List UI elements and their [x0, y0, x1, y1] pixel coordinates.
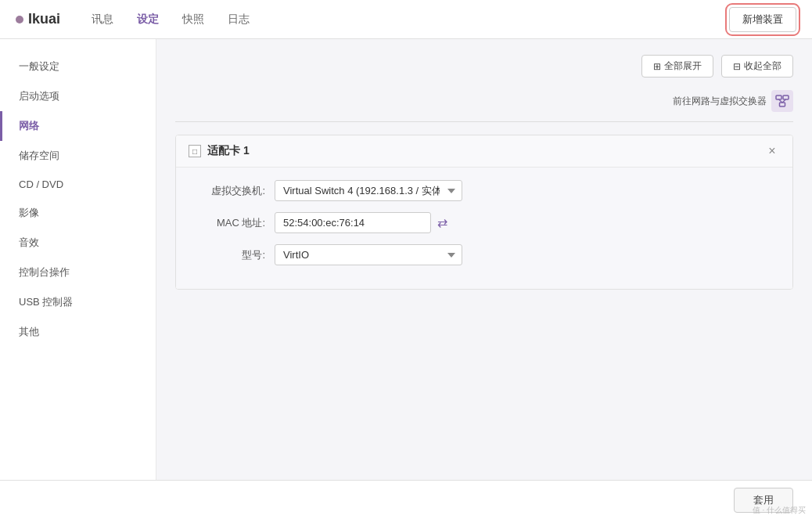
- nav-tabs: 讯息 设定 快照 日志: [92, 9, 729, 30]
- mac-field-row: MAC 地址: ⇄: [195, 212, 774, 233]
- model-field-control: VirtIO: [275, 244, 462, 265]
- vswitch-field-control: Virtual Switch 4 (192.168.1.3 / 实体...: [275, 180, 462, 201]
- model-field-label: 型号:: [195, 248, 265, 262]
- content-area: ⊞ 全部展开 ⊟ 收起全部 前往网路与虚拟交换器: [156, 39, 812, 519]
- tab-messages[interactable]: 讯息: [92, 9, 113, 30]
- mac-field-control: ⇄: [275, 212, 447, 233]
- vswitch-link-text: 前往网路与虚拟交换器: [673, 95, 767, 108]
- sidebar-item-storage[interactable]: 储存空间: [0, 141, 156, 171]
- tab-logs[interactable]: 日志: [228, 9, 250, 30]
- sidebar-item-network[interactable]: 网络: [0, 111, 156, 141]
- expand-all-button[interactable]: ⊞ 全部展开: [641, 55, 713, 77]
- expand-icon: ⊞: [653, 61, 661, 72]
- section-divider: [175, 121, 793, 122]
- main-layout: 一般设定 启动选项 网络 储存空间 CD / DVD 影像 音效 控制台操作 U…: [0, 39, 812, 519]
- sidebar-item-image[interactable]: 影像: [0, 198, 156, 228]
- vswitch-field-row: 虚拟交换机: Virtual Switch 4 (192.168.1.3 / 实…: [195, 180, 774, 201]
- model-select[interactable]: VirtIO: [275, 244, 462, 265]
- mac-input[interactable]: [275, 212, 431, 233]
- collapse-icon: ⊟: [733, 61, 741, 72]
- adapter-form-body: 虚拟交换机: Virtual Switch 4 (192.168.1.3 / 实…: [176, 168, 792, 289]
- tab-settings[interactable]: 设定: [137, 9, 159, 30]
- vswitch-link-row: 前往网路与虚拟交换器: [175, 90, 793, 112]
- app-logo: Ikuai: [16, 11, 60, 27]
- logo-text: Ikuai: [28, 11, 60, 27]
- collapse-all-label: 收起全部: [744, 59, 781, 73]
- collapse-all-button[interactable]: ⊟ 收起全部: [721, 55, 793, 77]
- adapter-close-button[interactable]: ×: [764, 143, 780, 159]
- sidebar-item-other[interactable]: 其他: [0, 317, 156, 347]
- adapter-header: □ 适配卡 1 ×: [176, 135, 792, 168]
- sidebar-item-sound[interactable]: 音效: [0, 228, 156, 258]
- sidebar-item-boot[interactable]: 启动选项: [0, 81, 156, 111]
- tab-snapshots[interactable]: 快照: [182, 9, 204, 30]
- expand-all-label: 全部展开: [664, 59, 702, 73]
- watermark-text: 值 · 什么值得买: [753, 505, 806, 516]
- top-bar: Ikuai 讯息 设定 快照 日志 新增装置: [0, 0, 812, 39]
- new-device-button[interactable]: 新增装置: [729, 7, 796, 32]
- svg-rect-2: [780, 103, 785, 106]
- bottom-bar: 套用: [0, 480, 812, 519]
- vswitch-link-icon[interactable]: [771, 90, 793, 112]
- logo-dot: [16, 16, 23, 23]
- model-field-row: 型号: VirtIO: [195, 244, 774, 265]
- sidebar: 一般设定 启动选项 网络 储存空间 CD / DVD 影像 音效 控制台操作 U…: [0, 39, 156, 519]
- action-row: ⊞ 全部展开 ⊟ 收起全部: [175, 55, 793, 77]
- mac-refresh-icon[interactable]: ⇄: [437, 215, 447, 230]
- svg-rect-0: [776, 96, 781, 99]
- sidebar-item-usb[interactable]: USB 控制器: [0, 287, 156, 317]
- svg-rect-1: [783, 96, 789, 99]
- adapter-collapse-button[interactable]: □: [189, 145, 201, 157]
- sidebar-item-console[interactable]: 控制台操作: [0, 258, 156, 287]
- adapter-card: □ 适配卡 1 × 虚拟交换机: Virtual Switch 4 (192.1…: [175, 135, 793, 290]
- mac-field-label: MAC 地址:: [195, 216, 265, 230]
- sidebar-item-cddvd[interactable]: CD / DVD: [0, 171, 156, 198]
- adapter-title: □ 适配卡 1: [189, 144, 250, 158]
- vswitch-field-label: 虚拟交换机:: [195, 184, 265, 198]
- adapter-title-text: 适配卡 1: [207, 144, 250, 158]
- vswitch-select[interactable]: Virtual Switch 4 (192.168.1.3 / 实体...: [275, 180, 462, 201]
- sidebar-item-general[interactable]: 一般设定: [0, 52, 156, 81]
